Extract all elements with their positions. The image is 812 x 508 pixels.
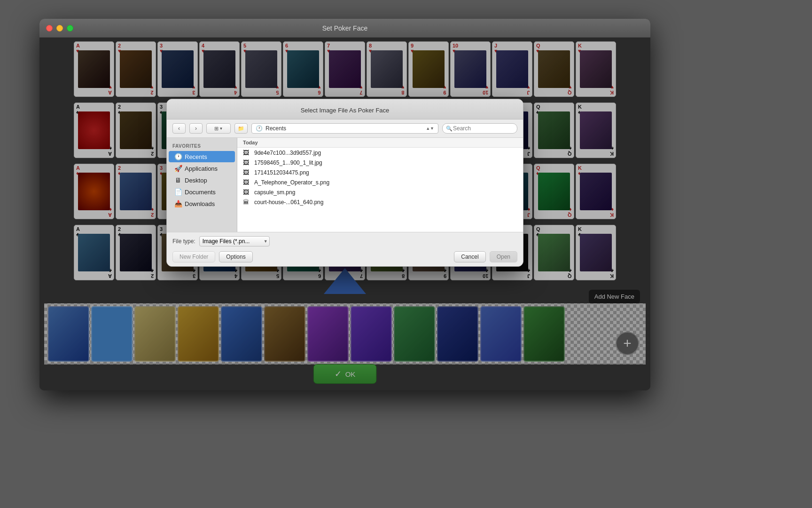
dialog-left-buttons: New Folder Options (172, 251, 253, 262)
file-item-4[interactable]: 🖼 A_Telephone_Operator_s.png (237, 177, 523, 187)
sidebar-item-desktop[interactable]: 🖥 Desktop (169, 175, 235, 186)
cancel-button[interactable]: Cancel (454, 251, 485, 262)
window-title: Set Poker Face (322, 24, 368, 32)
applications-icon: 🚀 (174, 165, 182, 172)
sidebar-item-downloads[interactable]: 📥 Downloads (169, 198, 235, 209)
file-icon-6: 🏛 (243, 198, 250, 206)
view-button[interactable]: ⊞ ▼ (206, 123, 231, 134)
file-dialog-body: Favorites 🕐 Recents 🚀 Applications 🖥 Des… (167, 138, 523, 232)
open-button[interactable]: Open (490, 251, 517, 262)
sidebar-item-recents[interactable]: 🕐 Recents (169, 151, 235, 162)
file-item-1[interactable]: 🖼 9de4e7c100...3d9d557.jpg (237, 148, 523, 158)
grid-icon: ⊞ (214, 126, 219, 132)
dialog-buttons-row: New Folder Options Cancel Open (172, 251, 517, 262)
file-item-5[interactable]: 🖼 capsule_sm.png (237, 187, 523, 197)
location-arrow-icon: ▲▼ (426, 126, 434, 131)
location-icon: 🕐 (256, 125, 263, 132)
file-icon-2: 🖼 (243, 159, 250, 166)
recents-icon: 🕐 (174, 153, 182, 160)
new-folder-toolbar-button[interactable]: 📁 (234, 123, 248, 134)
folder-icon: 📁 (238, 126, 244, 132)
favorites-label: Favorites (167, 142, 237, 151)
file-icon-1: 🖼 (243, 149, 250, 156)
titlebar-buttons (46, 25, 73, 32)
downloads-icon: 📥 (174, 200, 182, 207)
dialog-overlay: Select Image File As Poker Face ‹ › ⊞ ▼ … (39, 38, 650, 390)
close-button[interactable] (46, 25, 53, 32)
file-list-header: Today (237, 138, 523, 148)
location-dropdown[interactable]: 🕐 Recents ▲▼ (251, 123, 438, 134)
file-type-select[interactable]: Image Files (*.pn... (199, 236, 270, 246)
sidebar-item-applications[interactable]: 🚀 Applications (169, 163, 235, 174)
card-table: A♥ A♥ 2♥ 2♥ 3♥ 3♥ 4♥ 4♥ 5♥ 5♥ (39, 38, 650, 390)
options-button[interactable]: Options (219, 251, 252, 262)
maximize-button[interactable] (67, 25, 73, 32)
file-type-select-wrapper: Image Files (*.pn... ▼ (199, 236, 270, 246)
sidebar-item-documents[interactable]: 📄 Documents (169, 186, 235, 198)
file-icon-4: 🖼 (243, 179, 250, 186)
minimize-button[interactable] (56, 25, 63, 32)
titlebar: Set Poker Face (39, 19, 650, 38)
main-window: Set Poker Face A♥ A♥ 2♥ 2♥ 3♥ 3♥ 4♥ (39, 19, 650, 390)
documents-icon: 📄 (174, 188, 182, 196)
dialog-right-buttons: Cancel Open (454, 251, 517, 262)
search-container: 🔍 (442, 123, 517, 134)
new-folder-button[interactable]: New Folder (172, 251, 215, 262)
file-dialog-title: Select Image File As Poker Face (301, 107, 390, 114)
chevron-down-icon: ▼ (219, 127, 223, 131)
file-item-6[interactable]: 🏛 court-house-...061_640.png (237, 197, 523, 207)
file-dialog: Select Image File As Poker Face ‹ › ⊞ ▼ … (166, 99, 523, 267)
file-dialog-toolbar: ‹ › ⊞ ▼ 📁 🕐 Recents ▲▼ (167, 119, 523, 138)
file-item-3[interactable]: 🖼 17141512034475.png (237, 167, 523, 177)
file-dialog-footer: File type: Image Files (*.pn... ▼ New Fo… (167, 232, 523, 266)
search-input[interactable] (442, 123, 517, 134)
file-type-row: File type: Image Files (*.pn... ▼ (172, 236, 517, 246)
desktop-icon: 🖥 (174, 176, 182, 184)
file-list-area: Today 🖼 9de4e7c100...3d9d557.jpg 🖼 17598… (237, 138, 523, 232)
file-dialog-header: Select Image File As Poker Face (167, 99, 523, 119)
sidebar: Favorites 🕐 Recents 🚀 Applications 🖥 Des… (167, 138, 237, 232)
forward-button[interactable]: › (189, 123, 203, 134)
file-type-label: File type: (172, 238, 195, 245)
file-item-2[interactable]: 🖼 17598465_1...900_1_lit.jpg (237, 158, 523, 167)
file-icon-3: 🖼 (243, 169, 250, 176)
file-icon-5: 🖼 (243, 189, 250, 196)
back-button[interactable]: ‹ (172, 123, 186, 134)
